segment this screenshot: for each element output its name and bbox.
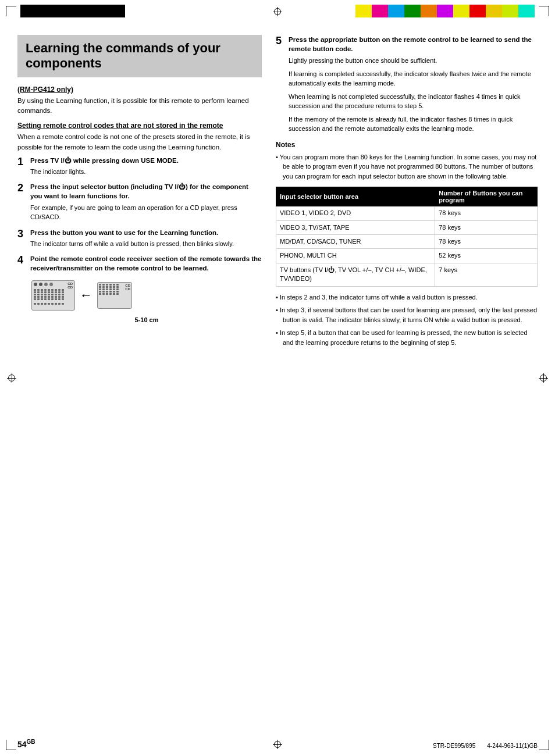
receiver-remote: CDCD [31, 280, 75, 311]
notes-section: Notes • You can program more than 80 key… [276, 141, 538, 347]
note-2-text: In steps 2 and 3, the indicator turns of… [280, 294, 478, 301]
step-2-content: Press the input selector button (includi… [30, 182, 262, 222]
reg-mark-left [7, 373, 16, 383]
color-gold [486, 5, 502, 17]
step-4-number: 4 [17, 255, 30, 265]
table-row: VIDEO 3, TV/SAT, TAPE 78 keys [276, 220, 538, 234]
page-number: 54GB [17, 739, 35, 749]
step-5-number: 5 [276, 35, 289, 46]
table-cell-row5-col1: TV buttons (TV I/⏻, TV VOL +/–, TV CH +/… [276, 263, 435, 286]
page-title: Learning the commands of your components [26, 41, 254, 72]
right-column: 5 Press the appropriate button on the re… [276, 35, 538, 351]
table-row: VIDEO 1, VIDEO 2, DVD 78 keys [276, 206, 538, 220]
color-purple [437, 5, 453, 17]
table-cell-row4-col2: 52 keys [435, 249, 538, 263]
table-cell-row1-col2: 78 keys [435, 206, 538, 220]
step-3-content: Press the button you want to use for the… [30, 228, 262, 249]
step-1: 1 Press TV I/⏻ while pressing down USE M… [17, 156, 262, 177]
intro-text: By using the Learning function, it is po… [17, 96, 262, 116]
table-header-col2: Number of Buttons you can program [435, 187, 538, 206]
note-3-text: In step 3, if several buttons that can b… [280, 306, 537, 323]
footer-code: 4-244-963-11(1)GB [487, 743, 538, 749]
step-5-body2: If learning is completed successfully, t… [289, 69, 538, 88]
note-1: • You can program more than 80 keys for … [276, 152, 538, 181]
table-cell-row3-col1: MD/DAT, CD/SACD, TUNER [276, 234, 435, 248]
color-green [404, 5, 421, 17]
table-cell-row2-col1: VIDEO 3, TV/SAT, TAPE [276, 220, 435, 234]
corner-mark-tr [539, 6, 549, 16]
step-2-title: Press the input selector button (includi… [30, 182, 262, 201]
notes-heading: Notes [276, 141, 538, 149]
step-3-body: The indicator turns off while a valid bu… [30, 239, 262, 249]
step-2-body: For example, if you are going to learn a… [30, 203, 262, 222]
page-number-suffix: GB [27, 739, 35, 745]
black-bar-top [20, 5, 125, 17]
color-teal [518, 5, 535, 17]
note-4-text: In step 5, if a button that can be used … [280, 329, 528, 346]
arrow-icon: ← [80, 288, 92, 303]
note-2: • In steps 2 and 3, the indicator turns … [276, 293, 538, 302]
left-column: Learning the commands of your components… [17, 35, 262, 351]
transmitter-remote: CDCD [97, 282, 132, 309]
corner-mark-bl [6, 740, 16, 750]
color-orange [421, 5, 437, 17]
color-yellow [355, 5, 372, 17]
step-5-body4: If the memory of the remote is already f… [289, 115, 538, 134]
corner-mark-tl [6, 6, 16, 16]
step-2-number: 2 [17, 183, 30, 193]
section1-body: When a remote control code is not one of… [17, 132, 262, 152]
step-3: 3 Press the button you want to use for t… [17, 228, 262, 249]
table-cell-row2-col2: 78 keys [435, 220, 538, 234]
step-2: 2 Press the input selector button (inclu… [17, 182, 262, 222]
note-4: • In step 5, if a button that can be use… [276, 328, 538, 347]
step-5: 5 Press the appropriate button on the re… [276, 35, 538, 134]
subtitle: (RM-PG412 only) [17, 85, 262, 94]
step-3-number: 3 [17, 229, 30, 239]
step-5-title: Press the appropriate button on the remo… [289, 35, 538, 54]
page-content: Learning the commands of your components… [17, 29, 538, 733]
corner-mark-br [539, 740, 549, 750]
table-row: MD/DAT, CD/SACD, TUNER 78 keys [276, 234, 538, 248]
table-cell-row3-col2: 78 keys [435, 234, 538, 248]
step-1-content: Press TV I/⏻ while pressing down USE MOD… [30, 156, 262, 177]
reg-mark-right [539, 373, 548, 383]
step-4-content: Point the remote control code receiver s… [30, 254, 262, 274]
diagram-area: CDCD ← [31, 280, 262, 323]
step-3-title: Press the button you want to use for the… [30, 228, 262, 237]
footer-model: STR-DE995/895 [433, 743, 475, 749]
table-row: TV buttons (TV I/⏻, TV VOL +/–, TV CH +/… [276, 263, 538, 286]
step-1-number: 1 [17, 156, 30, 167]
color-red [469, 5, 486, 17]
data-table: Input selector button area Number of But… [276, 187, 538, 286]
reg-mark-bottom [273, 740, 282, 749]
step-5-content: Press the appropriate button on the remo… [289, 35, 538, 134]
color-lime [502, 5, 518, 17]
step-4-title: Point the remote control code receiver s… [30, 254, 262, 273]
step-5-body1: Lightly pressing the button once should … [289, 56, 538, 66]
reg-mark-top [273, 7, 282, 16]
title-box: Learning the commands of your components [17, 35, 262, 77]
table-cell-row5-col2: 7 keys [435, 263, 538, 286]
step-4: 4 Point the remote control code receiver… [17, 254, 262, 274]
color-cyan [388, 5, 404, 17]
step-1-title: Press TV I/⏻ while pressing down USE MOD… [30, 156, 262, 165]
remote-diagram: CDCD ← [31, 280, 262, 311]
page-number-text: 54 [17, 740, 27, 749]
note-1-text: You can program more than 80 keys for th… [280, 154, 537, 180]
table-cell-row4-col1: PHONO, MULTI CH [276, 249, 435, 263]
section1-heading: Setting remote control codes that are no… [17, 122, 262, 130]
table-row: PHONO, MULTI CH 52 keys [276, 249, 538, 263]
note-3: • In step 3, if several buttons that can… [276, 305, 538, 324]
color-bar [355, 5, 535, 17]
color-magenta [372, 5, 388, 17]
diagram-distance-label: 5-10 cm [31, 316, 262, 323]
color-yellow2 [453, 5, 469, 17]
step-1-body: The indicator lights. [30, 167, 262, 177]
footer: STR-DE995/895 4-244-963-11(1)GB [433, 743, 538, 749]
step-5-body3: When learning is not completed successfu… [289, 92, 538, 111]
table-cell-row1-col1: VIDEO 1, VIDEO 2, DVD [276, 206, 435, 220]
table-header-col1: Input selector button area [276, 187, 435, 206]
